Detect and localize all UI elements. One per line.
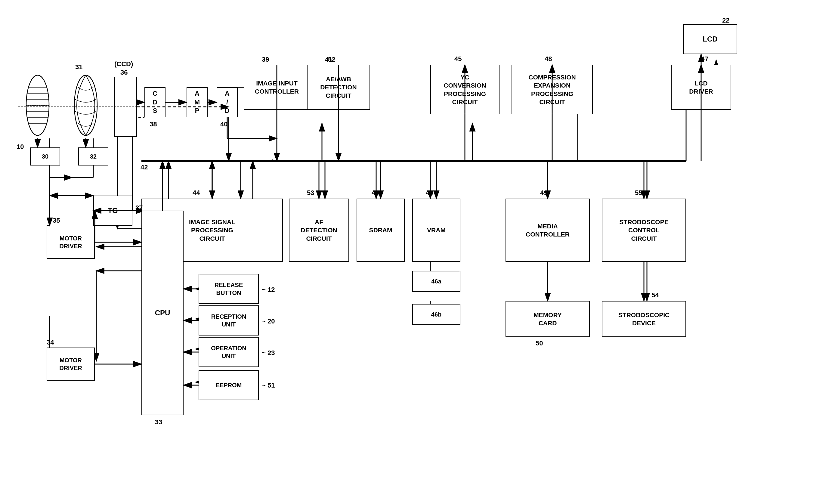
block-vram: VRAM xyxy=(412,198,460,262)
block-vram-a: 46a xyxy=(412,271,460,292)
block-motor-driver-bot: MOTOR DRIVER xyxy=(47,348,95,381)
label-50: 50 xyxy=(536,339,543,347)
lens-2 xyxy=(72,72,99,138)
label-34: 34 xyxy=(47,339,54,346)
block-lcd: LCD xyxy=(683,24,737,54)
label-20: ~ 20 xyxy=(262,317,275,325)
diagram: 10 30 31 32 (CCD) 36 C D S 38 A M P A / … xyxy=(0,0,832,504)
amp-label: A M P xyxy=(194,89,200,115)
label-53: 53 xyxy=(307,189,314,197)
block-yc-conversion: YC CONVERSION PROCESSING CIRCUIT xyxy=(430,65,499,114)
label-36: 36 xyxy=(120,69,128,76)
block-media-controller: MEDIA CONTROLLER xyxy=(505,198,590,262)
block-adc: A / D xyxy=(217,87,238,117)
label-44: 44 xyxy=(192,189,200,197)
block-cpu: CPU xyxy=(141,211,184,415)
block-image-input-controller: IMAGE INPUT CONTROLLER xyxy=(244,65,310,110)
label-51: ~ 51 xyxy=(262,381,275,389)
block-operation-unit: OPERATION UNIT xyxy=(199,337,259,367)
label-47: 47 xyxy=(701,55,708,63)
block-release-button: RELEASE BUTTON xyxy=(199,274,259,304)
block-stroboscope-control: STROBOSCOPE CONTROL CIRCUIT xyxy=(602,198,686,262)
label-55: 55 xyxy=(635,189,642,197)
label-12: ~ 12 xyxy=(262,286,275,294)
label-43: 43 xyxy=(372,189,379,197)
block-memory-card: MEMORY CARD xyxy=(505,301,590,337)
label-33: 33 xyxy=(155,418,162,426)
label-49: 49 xyxy=(540,189,547,197)
label-39: 39 xyxy=(262,56,269,63)
block-ae-awb: AE/AWB DETECTION CIRCUIT xyxy=(307,65,370,110)
cds-label: C D S xyxy=(153,89,157,115)
label-22: 22 xyxy=(722,17,729,24)
label-45: 45 xyxy=(454,55,462,63)
block-lcd-driver: LCD DRIVER xyxy=(671,65,731,110)
block-30: 30 xyxy=(30,148,60,165)
label-42: 42 xyxy=(140,163,148,171)
label-10: 10 xyxy=(17,143,24,151)
block-amp: A M P xyxy=(187,87,208,117)
label-ccd: (CCD) xyxy=(114,60,133,68)
label-35: 35 xyxy=(53,217,60,224)
label-40: 40 xyxy=(220,121,228,128)
label-38: 38 xyxy=(150,121,157,128)
block-ccd xyxy=(114,77,137,137)
label-52: 52 xyxy=(328,56,335,63)
adc-label: A / D xyxy=(225,89,230,115)
lens-1 xyxy=(24,72,51,138)
label-23: ~ 23 xyxy=(262,349,275,357)
label-31: 31 xyxy=(75,63,82,71)
block-motor-driver-top: MOTOR DRIVER xyxy=(47,226,95,259)
block-eeprom: EEPROM xyxy=(199,370,259,400)
block-af-detection: AF DETECTION CIRCUIT xyxy=(289,198,349,262)
block-vram-b: 46b xyxy=(412,304,460,325)
block-sdram: SDRAM xyxy=(357,198,405,262)
label-48: 48 xyxy=(545,55,552,63)
label-54: 54 xyxy=(651,291,659,299)
block-tg: TG xyxy=(93,195,132,226)
block-compression: COMPRESSION EXPANSION PROCESSING CIRCUIT xyxy=(512,65,593,114)
block-32: 32 xyxy=(78,148,108,165)
block-cds: C D S xyxy=(145,87,165,117)
label-46: 46 xyxy=(426,189,433,197)
block-stroboscopic-device: STROBOSCOPIC DEVICE xyxy=(602,301,686,337)
block-reception-unit: RECEPTION UNIT xyxy=(199,306,259,336)
